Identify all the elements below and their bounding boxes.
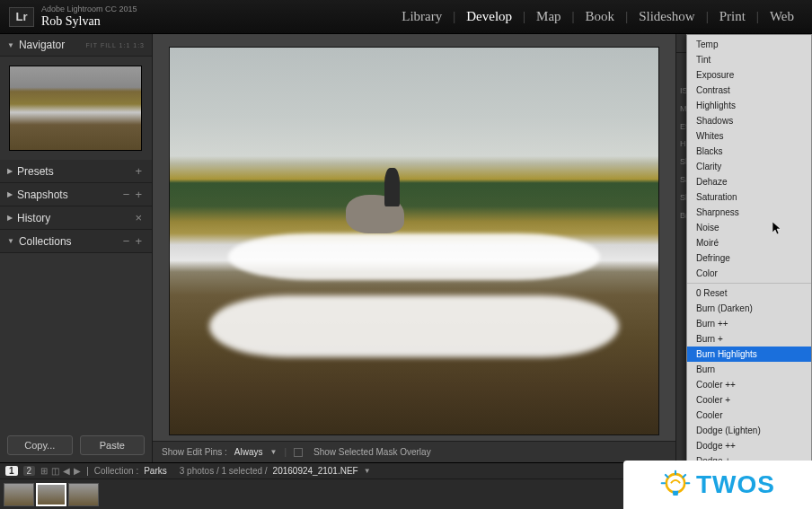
- secondary-display-icons[interactable]: ⊞ ◫ ◀ ▶: [40, 466, 81, 476]
- brush-preset-menu[interactable]: Temp Tint Exposure Contrast Highlights S…: [686, 34, 812, 509]
- preset-item[interactable]: Dehaze: [687, 174, 811, 189]
- clear-history-button[interactable]: ×: [132, 211, 145, 224]
- preset-item[interactable]: Burn +: [687, 331, 811, 347]
- module-book[interactable]: Book: [577, 9, 624, 24]
- preset-item[interactable]: Burn ++: [687, 316, 811, 331]
- svg-point-0: [666, 474, 684, 492]
- collection-label: Collection :: [94, 466, 138, 476]
- module-print[interactable]: Print: [710, 9, 755, 24]
- preset-item[interactable]: Saturation: [687, 189, 811, 205]
- chevron-right-icon: ▶: [7, 214, 13, 222]
- preset-item[interactable]: Dodge ++: [687, 438, 811, 453]
- chevron-down-icon: ▼: [7, 41, 14, 49]
- preset-item[interactable]: Clarity: [687, 159, 811, 174]
- preset-item[interactable]: Cooler ++: [687, 377, 811, 392]
- show-edit-pins-dropdown[interactable]: Always: [234, 447, 263, 457]
- grid-icon[interactable]: ⊞: [40, 466, 48, 476]
- photo-content: [228, 233, 599, 280]
- preset-item[interactable]: Noise: [687, 220, 811, 235]
- module-picker: Library| Develop| Map| Book| Slideshow| …: [393, 9, 803, 24]
- module-library[interactable]: Library: [393, 9, 451, 24]
- preset-group-sliders: Temp Tint Exposure Contrast Highlights S…: [687, 35, 811, 284]
- image-canvas[interactable]: [169, 47, 659, 435]
- preset-item[interactable]: Temp: [687, 37, 811, 52]
- collections-header[interactable]: ▼ Collections − +: [0, 230, 152, 253]
- preset-item[interactable]: Whites: [687, 128, 811, 144]
- add-snapshot-button[interactable]: +: [132, 188, 145, 201]
- add-preset-button[interactable]: +: [132, 164, 145, 178]
- chevron-down-icon: ▼: [7, 237, 14, 245]
- show-edit-pins-label: Show Edit Pins :: [162, 447, 227, 457]
- module-map[interactable]: Map: [527, 9, 570, 24]
- image-canvas-wrap: [153, 34, 675, 441]
- mask-overlay-label: Show Selected Mask Overlay: [313, 447, 431, 457]
- toolbar: Show Edit Pins : Always ▼ | Show Selecte…: [153, 441, 675, 462]
- preset-item[interactable]: 0 Reset: [687, 285, 811, 301]
- left-panel: ▼ Navigator FIT FILL 1:1 1:3 ▶ Presets +…: [0, 34, 153, 462]
- preset-item-selected[interactable]: Burn Highlights: [687, 347, 811, 362]
- navigator-thumbnail: [9, 66, 142, 151]
- photo-content: [209, 295, 620, 357]
- preset-item[interactable]: Burn: [687, 362, 811, 377]
- photo-count: 3 photos / 1 selected /: [180, 466, 268, 476]
- collections-title: Collections: [19, 235, 120, 248]
- filmstrip-thumb-selected[interactable]: [36, 483, 66, 506]
- app-logo-icon: Lr: [9, 7, 34, 27]
- compare-icon[interactable]: ◫: [51, 466, 59, 476]
- preset-item[interactable]: Burn (Darken): [687, 301, 811, 316]
- presets-header[interactable]: ▶ Presets +: [0, 160, 152, 183]
- left-panel-spacer: [0, 253, 152, 428]
- remove-collection-button[interactable]: −: [120, 234, 133, 248]
- filmstrip-thumb[interactable]: [4, 483, 34, 506]
- twos-text: TWOS: [696, 470, 775, 499]
- view-mode-1[interactable]: 1: [5, 466, 18, 476]
- identity-plate[interactable]: Rob Sylvan: [41, 14, 137, 28]
- snapshots-title: Snapshots: [17, 189, 120, 201]
- copy-button[interactable]: Copy...: [7, 435, 73, 455]
- history-header[interactable]: ▶ History ×: [0, 206, 152, 230]
- app-name: Adobe Lightroom CC 2015: [41, 5, 137, 14]
- navigator-zoom-options[interactable]: FIT FILL 1:1 1:3: [86, 42, 145, 48]
- center-panel: Show Edit Pins : Always ▼ | Show Selecte…: [153, 34, 675, 462]
- current-filename: 20160924_2101.NEF: [273, 466, 358, 476]
- preset-item[interactable]: Highlights: [687, 98, 811, 113]
- view-mode-2[interactable]: 2: [23, 466, 36, 476]
- paste-button[interactable]: Paste: [80, 435, 146, 455]
- chevron-down-icon[interactable]: ▼: [364, 467, 371, 475]
- preset-item[interactable]: Defringe: [687, 250, 811, 266]
- remove-snapshot-button[interactable]: −: [120, 188, 133, 201]
- navigator-header[interactable]: ▼ Navigator FIT FILL 1:1 1:3: [0, 34, 152, 57]
- add-collection-button[interactable]: +: [132, 234, 145, 248]
- twos-watermark: TWOS: [623, 461, 812, 509]
- filmstrip-thumb[interactable]: [68, 483, 99, 506]
- preset-item[interactable]: Tint: [687, 52, 811, 67]
- preset-item[interactable]: Contrast: [687, 83, 811, 98]
- preset-item[interactable]: Blacks: [687, 144, 811, 159]
- preset-item[interactable]: Color: [687, 266, 811, 281]
- photo-content: [384, 168, 399, 206]
- snapshots-header[interactable]: ▶ Snapshots − +: [0, 183, 152, 206]
- collection-name[interactable]: Parks: [144, 466, 167, 476]
- chevron-right-icon[interactable]: ▶: [74, 466, 81, 476]
- preset-item[interactable]: Cooler +: [687, 392, 811, 408]
- copy-paste-bar: Copy... Paste: [0, 428, 152, 462]
- chevron-left-icon[interactable]: ◀: [63, 466, 70, 476]
- preset-item[interactable]: Cooler: [687, 408, 811, 423]
- chevron-right-icon: ▶: [7, 190, 13, 198]
- mask-overlay-checkbox[interactable]: [294, 448, 303, 457]
- module-develop[interactable]: Develop: [457, 9, 521, 24]
- preset-item[interactable]: Shadows: [687, 113, 811, 128]
- chevron-right-icon: ▶: [7, 167, 13, 175]
- preset-item[interactable]: Sharpness: [687, 205, 811, 220]
- toolbar-separator: |: [284, 447, 287, 457]
- navigator-preview[interactable]: [0, 57, 152, 160]
- preset-item[interactable]: Dodge (Lighten): [687, 423, 811, 438]
- app-title-block: Adobe Lightroom CC 2015 Rob Sylvan: [41, 5, 137, 28]
- module-slideshow[interactable]: Slideshow: [630, 9, 704, 24]
- module-web[interactable]: Web: [761, 9, 803, 24]
- app-header: Lr Adobe Lightroom CC 2015 Rob Sylvan Li…: [0, 0, 812, 34]
- chevron-down-icon[interactable]: ▼: [270, 448, 278, 456]
- preset-item[interactable]: Moiré: [687, 235, 811, 250]
- navigator-title: Navigator: [19, 39, 86, 51]
- preset-item[interactable]: Exposure: [687, 67, 811, 83]
